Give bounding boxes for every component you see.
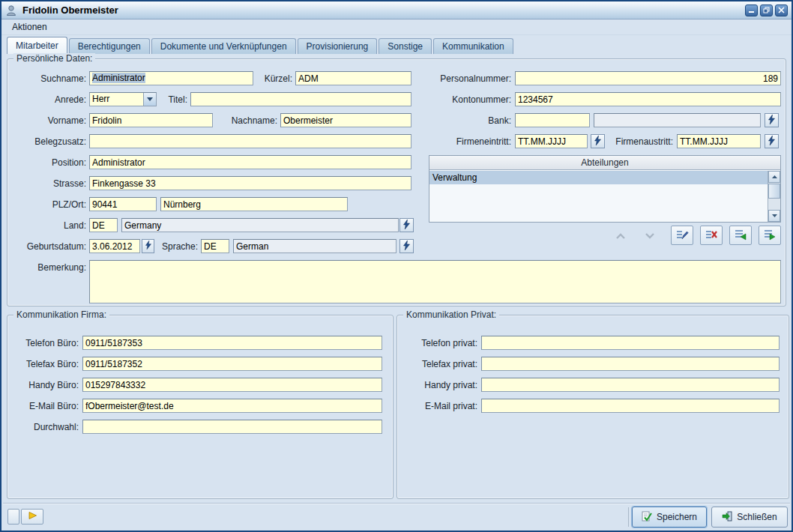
tab-kommunikation[interactable]: Kommunikation xyxy=(433,38,513,54)
plz-ort-label: PLZ/Ort: xyxy=(9,199,86,211)
strasse-field[interactable] xyxy=(89,176,411,190)
handy-buero-label: Handy Büro: xyxy=(9,379,79,391)
email-buero-label: E-Mail Büro: xyxy=(9,400,79,412)
suchname-selected-text: Administrator xyxy=(92,73,145,83)
telefax-privat-field[interactable] xyxy=(481,357,780,371)
email-buero-field[interactable] xyxy=(82,399,382,413)
menu-aktionen[interactable]: Aktionen xyxy=(8,20,51,34)
assign-green-arrow-icon xyxy=(734,229,747,243)
kuerzel-field[interactable] xyxy=(295,71,411,85)
lightning-icon xyxy=(594,136,601,148)
group-persoenliche-daten: Persönliche Daten: Suchname: Administrat… xyxy=(7,58,786,306)
app-window: Fridolin Obermeister Aktionen Mitarbeite… xyxy=(0,0,793,532)
footer-small-button[interactable] xyxy=(7,509,19,525)
suchname-field[interactable]: Administrator xyxy=(89,71,253,85)
firmenaustritt-lookup-button[interactable] xyxy=(765,134,779,148)
window-controls xyxy=(745,4,788,16)
position-field[interactable] xyxy=(89,155,411,169)
sprache-name-field[interactable] xyxy=(233,239,396,253)
land-label: Land: xyxy=(9,220,86,232)
add-green-arrow-icon xyxy=(763,229,777,243)
footer-button-separator xyxy=(628,507,629,527)
bemerkung-textarea[interactable] xyxy=(89,260,781,303)
lightning-icon xyxy=(403,241,410,253)
anrede-label: Anrede: xyxy=(9,94,86,106)
telefax-buero-field[interactable] xyxy=(82,357,382,371)
belegzusatz-label: Belegzusatz: xyxy=(9,136,86,148)
kuerzel-label: Kürzel: xyxy=(232,73,292,85)
add-abteilung-button[interactable] xyxy=(759,226,781,245)
firmenaustritt-label: Firmenaustritt: xyxy=(607,136,673,148)
restore-button[interactable] xyxy=(760,4,773,16)
plz-field[interactable] xyxy=(89,197,157,211)
sprache-lookup-button[interactable] xyxy=(399,239,414,253)
move-up-button[interactable] xyxy=(609,226,632,245)
edit-abteilung-button[interactable] xyxy=(671,226,693,245)
menubar: Aktionen xyxy=(1,19,792,35)
tab-dokumente-und-verknuepfungen[interactable]: Dokumente und Verknüpfungen xyxy=(151,38,296,54)
telefon-privat-field[interactable] xyxy=(481,336,780,350)
titel-field[interactable] xyxy=(190,92,411,106)
move-down-button[interactable] xyxy=(639,226,661,245)
tab-sonstige[interactable]: Sonstige xyxy=(379,38,432,54)
bank-lookup-button[interactable] xyxy=(765,113,779,127)
personalnummer-field[interactable] xyxy=(515,71,781,85)
scrollbar-thumb[interactable] xyxy=(768,184,780,199)
close-door-icon xyxy=(722,511,732,524)
vorname-field[interactable] xyxy=(89,113,213,127)
tab-mitarbeiter[interactable]: Mitarbeiter xyxy=(7,37,67,54)
scroll-down-button[interactable] xyxy=(768,210,780,222)
close-window-button[interactable]: Schließen xyxy=(711,507,788,528)
table-row[interactable]: Verwaltung xyxy=(429,171,768,184)
save-button[interactable]: Speichern xyxy=(632,507,707,528)
lightning-icon xyxy=(768,136,775,148)
abteilungen-table: Abteilungen Verwaltung xyxy=(429,155,781,223)
edit-pencil-icon xyxy=(675,229,689,243)
bank-code-field[interactable] xyxy=(515,113,590,127)
person-icon xyxy=(5,4,17,16)
telefon-privat-label: Telefon privat: xyxy=(403,337,477,349)
nachname-field[interactable] xyxy=(280,113,411,127)
scroll-up-button[interactable] xyxy=(768,171,780,183)
position-label: Position: xyxy=(9,157,86,169)
telefon-buero-field[interactable] xyxy=(82,336,382,350)
land-name-field[interactable] xyxy=(121,218,399,232)
sprache-label: Sprache: xyxy=(145,241,198,253)
abteilungen-column-header[interactable]: Abteilungen xyxy=(429,156,780,170)
handy-privat-field[interactable] xyxy=(481,378,780,392)
geburtsdatum-label: Geburtsdatum: xyxy=(9,241,86,253)
durchwahl-label: Durchwahl: xyxy=(9,421,79,433)
geburtsdatum-field[interactable] xyxy=(89,239,140,253)
telefax-buero-label: Telefax Büro: xyxy=(9,358,79,370)
abteilungen-scrollbar[interactable] xyxy=(768,171,780,222)
minimize-button[interactable] xyxy=(745,4,758,16)
tab-provisionierung[interactable]: Provisionierung xyxy=(298,38,378,54)
bank-name-field[interactable] xyxy=(594,113,761,127)
nachname-label: Nachname: xyxy=(217,115,277,127)
assign-abteilung-button[interactable] xyxy=(729,226,752,245)
firmeneintritt-label: Firmeneintritt: xyxy=(412,136,511,148)
vorname-label: Vorname: xyxy=(9,115,86,127)
firmenaustritt-field[interactable] xyxy=(677,134,761,148)
forward-arrow-button[interactable] xyxy=(21,509,43,525)
email-privat-field[interactable] xyxy=(481,399,780,413)
land-lookup-button[interactable] xyxy=(399,218,414,232)
strasse-label: Strasse: xyxy=(9,178,86,190)
ort-field[interactable] xyxy=(160,197,348,211)
handy-buero-field[interactable] xyxy=(82,378,382,392)
firmeneintritt-field[interactable] xyxy=(515,134,588,148)
firmeneintritt-lookup-button[interactable] xyxy=(591,134,605,148)
land-code-field[interactable] xyxy=(89,218,118,232)
group-kommunikation-privat: Kommunikation Privat: Telefon privat: Te… xyxy=(396,315,789,499)
close-button[interactable] xyxy=(775,4,788,16)
durchwahl-field[interactable] xyxy=(82,420,382,434)
group-legend: Persönliche Daten: xyxy=(13,53,95,64)
tab-berechtigungen[interactable]: Berechtigungen xyxy=(69,38,150,54)
save-check-icon xyxy=(642,511,652,524)
close-button-label: Schließen xyxy=(737,512,777,522)
belegzusatz-field[interactable] xyxy=(89,134,411,148)
bemerkung-label: Bemerkung: xyxy=(9,262,86,273)
sprache-code-field[interactable] xyxy=(201,239,229,253)
delete-abteilung-button[interactable] xyxy=(700,226,723,245)
kontonummer-field[interactable] xyxy=(515,92,781,106)
